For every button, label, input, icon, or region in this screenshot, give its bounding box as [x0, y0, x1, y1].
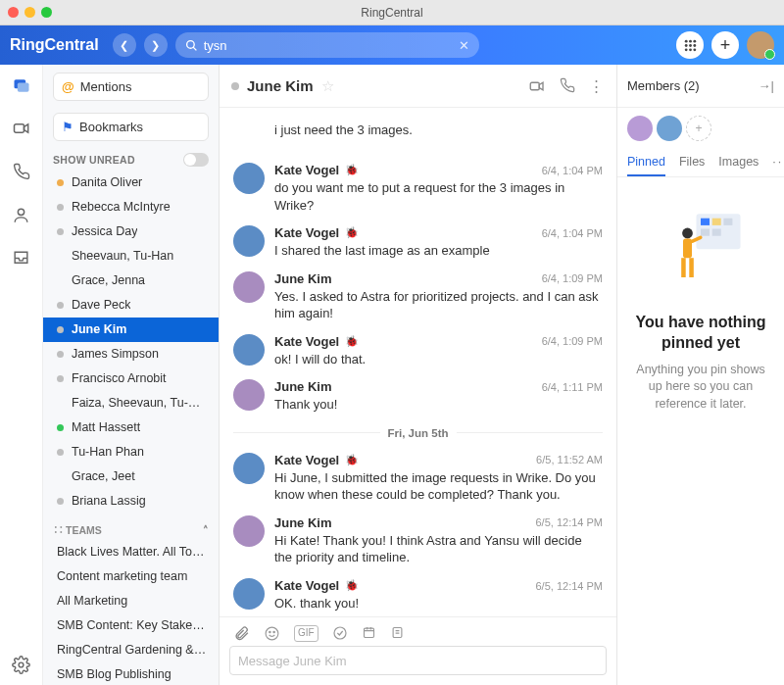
svg-rect-27	[701, 229, 710, 236]
contact-row[interactable]: Faiza, Sheevaun, Tu-Han	[43, 391, 219, 416]
svg-point-15	[19, 662, 24, 667]
add-member-button[interactable]: +	[686, 116, 711, 141]
rail-messages-icon[interactable]	[11, 74, 32, 96]
svg-point-8	[684, 48, 687, 51]
contact-row[interactable]: Matt Hassett	[43, 416, 219, 440]
empty-pinned-state: You have nothing pinned yet Anything you…	[617, 177, 784, 685]
contact-row[interactable]: James Simpson	[43, 342, 219, 367]
message-avatar[interactable]	[233, 271, 265, 303]
rail-contacts-icon[interactable]	[11, 204, 32, 225]
svg-point-19	[273, 631, 274, 632]
search-bar[interactable]: ✕	[175, 32, 479, 58]
unread-toggle[interactable]	[183, 153, 209, 167]
chat-name: June Kim	[247, 77, 314, 94]
message-avatar[interactable]	[233, 163, 265, 194]
message-avatar[interactable]	[233, 379, 265, 411]
svg-point-17	[266, 627, 278, 640]
favorite-icon[interactable]: ☆	[321, 77, 334, 95]
message-avatar[interactable]	[233, 578, 265, 610]
tab-images[interactable]: Images	[718, 149, 759, 176]
message-row: Kate Vogel🐞6/4, 1:09 PMok! I will do tha…	[220, 328, 616, 374]
contact-row[interactable]: Grace, Jeet	[43, 465, 219, 489]
member-avatar[interactable]	[657, 116, 682, 141]
search-input[interactable]	[204, 38, 459, 53]
rail-video-icon[interactable]	[11, 118, 32, 139]
clear-search-icon[interactable]: ✕	[459, 38, 469, 53]
event-icon[interactable]	[362, 625, 376, 642]
svg-rect-16	[530, 82, 539, 90]
bookmarks-button[interactable]: ⚑Bookmarks	[53, 113, 209, 141]
chevron-up-icon: ˄	[203, 524, 209, 536]
video-call-button[interactable]	[528, 77, 546, 95]
message-avatar[interactable]	[233, 453, 265, 484]
task-icon[interactable]	[332, 625, 348, 642]
message-avatar[interactable]	[233, 225, 265, 257]
composer: GIF	[220, 616, 616, 685]
gif-icon[interactable]: GIF	[294, 625, 318, 642]
message-input-wrapper[interactable]	[229, 646, 607, 675]
maximize-window-icon[interactable]	[41, 7, 52, 18]
empty-illustration	[657, 207, 745, 295]
team-row[interactable]: All Marketing	[43, 589, 219, 613]
message-row: Kate Vogel🐞6/4, 1:04 PMI shared the last…	[220, 220, 616, 266]
message-row: June Kim6/4, 1:09 PMYes. I asked to Astr…	[220, 266, 616, 328]
svg-rect-12	[17, 83, 28, 92]
tabs-more-icon[interactable]: ···	[772, 149, 784, 176]
nav-back-button[interactable]: ❮	[113, 33, 136, 57]
contact-row[interactable]: Grace, Jenna	[43, 269, 219, 293]
teams-section-header[interactable]: ⸬TEAMS ˄	[43, 514, 219, 540]
svg-point-7	[693, 44, 696, 47]
date-divider: Fri, Jun 5th	[220, 419, 616, 447]
message-input[interactable]	[238, 654, 598, 668]
nav-forward-button[interactable]: ❯	[144, 33, 168, 57]
contact-row[interactable]: Sheevaun, Tu-Han	[43, 244, 219, 269]
team-row[interactable]: RingCentral Gardening & Plant ...	[43, 638, 219, 662]
empty-title: You have nothing pinned yet	[631, 313, 770, 354]
note-icon[interactable]	[390, 625, 405, 642]
svg-point-0	[186, 40, 194, 48]
team-row[interactable]: Black Lives Matter. All Togethe...	[43, 540, 219, 564]
minimize-window-icon[interactable]	[24, 7, 35, 18]
rail-settings-icon[interactable]	[11, 654, 32, 675]
contact-row[interactable]: Briana Lassig	[43, 489, 219, 514]
close-window-icon[interactable]	[8, 7, 19, 18]
members-label: Members (2)	[627, 78, 700, 93]
new-action-button[interactable]: +	[711, 31, 739, 59]
contact-row[interactable]: June Kim	[43, 318, 219, 342]
svg-point-18	[270, 631, 270, 632]
message-avatar[interactable]	[233, 334, 265, 366]
presence-dot-icon	[231, 82, 239, 90]
contact-row[interactable]: Tu-Han Phan	[43, 440, 219, 465]
attach-icon[interactable]	[233, 625, 250, 642]
app-header: RingCentral ❮ ❯ ✕ +	[0, 25, 784, 65]
rail-inbox-icon[interactable]	[11, 247, 32, 269]
dialpad-button[interactable]	[676, 31, 704, 59]
profile-avatar[interactable]	[747, 31, 774, 59]
team-row[interactable]: Content marketing team	[43, 564, 219, 589]
svg-line-1	[193, 47, 196, 50]
contact-row[interactable]: Dave Peck	[43, 293, 219, 318]
rail-phone-icon[interactable]	[11, 161, 32, 182]
emoji-icon[interactable]	[264, 625, 280, 642]
svg-point-20	[334, 627, 346, 639]
message-avatar[interactable]	[233, 515, 265, 547]
collapse-panel-icon[interactable]: →|	[759, 78, 774, 93]
phone-call-button[interactable]	[560, 77, 575, 95]
tab-pinned[interactable]: Pinned	[627, 149, 665, 176]
contact-row[interactable]: Jessica Day	[43, 220, 219, 244]
member-avatar[interactable]	[627, 116, 653, 141]
team-row[interactable]: SMB Blog Publishing	[43, 662, 219, 685]
search-icon	[185, 39, 198, 52]
sidebar: @Mentions ⚑Bookmarks SHOW UNREAD Danita …	[43, 65, 220, 685]
more-icon[interactable]: ⋮	[589, 77, 605, 95]
chat-header: June Kim ☆ ⋮	[220, 65, 616, 108]
contact-row[interactable]: Francisco Arnobit	[43, 367, 219, 391]
contact-row[interactable]: Rebecca McIntyre	[43, 195, 219, 220]
team-row[interactable]: SMB Content: Key Stakeholder...	[43, 613, 219, 638]
right-tabs: Pinned Files Images ···	[617, 149, 784, 177]
contact-row[interactable]: Danita Oliver	[43, 171, 219, 195]
mentions-button[interactable]: @Mentions	[53, 73, 209, 101]
message-row: i just need the 3 images.	[220, 114, 616, 157]
bookmark-icon: ⚑	[62, 120, 74, 134]
tab-files[interactable]: Files	[679, 149, 705, 176]
